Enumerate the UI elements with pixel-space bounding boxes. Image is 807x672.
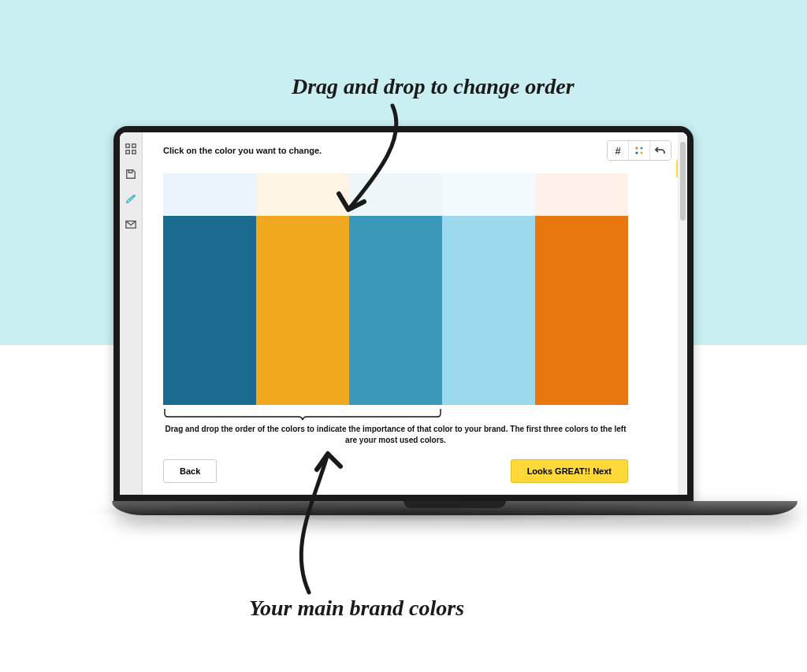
palette-swatch-4[interactable] xyxy=(442,216,535,405)
palette-picker-button[interactable] xyxy=(629,141,650,160)
next-button[interactable]: Looks GREAT!! Next xyxy=(511,459,628,483)
preview-swatch-4 xyxy=(442,173,535,216)
palette-swatch-3[interactable] xyxy=(349,216,442,405)
brush-icon[interactable] xyxy=(125,194,136,205)
save-icon[interactable] xyxy=(125,169,136,180)
laptop-shadow xyxy=(80,500,727,522)
preview-swatch-2 xyxy=(256,173,349,216)
instruction-text: Click on the color you want to change. xyxy=(163,146,322,155)
mail-icon[interactable] xyxy=(125,219,136,230)
button-row: Back Looks GREAT!! Next xyxy=(163,459,628,483)
svg-point-5 xyxy=(635,147,638,149)
arrow-bottom xyxy=(265,447,375,608)
annotation-top: Drag and drop to change order xyxy=(292,74,575,99)
scrollbar[interactable] xyxy=(678,132,687,495)
annotation-bottom: Your main brand colors xyxy=(249,596,464,621)
svg-point-7 xyxy=(635,151,638,154)
svg-rect-3 xyxy=(132,150,136,154)
svg-rect-2 xyxy=(126,150,129,154)
palette-swatch-1[interactable] xyxy=(163,216,256,405)
palette-row xyxy=(163,216,628,405)
svg-point-6 xyxy=(640,147,642,149)
main-colors-bracket xyxy=(163,408,442,421)
hex-input-button[interactable]: # xyxy=(608,141,629,160)
preview-swatch-5 xyxy=(535,173,628,216)
svg-rect-1 xyxy=(132,144,136,147)
svg-rect-0 xyxy=(126,144,129,147)
arrow-top xyxy=(337,101,432,230)
grid-icon[interactable] xyxy=(125,143,136,154)
palette-swatch-5[interactable] xyxy=(535,216,628,405)
toolbar: # xyxy=(607,140,671,161)
svg-point-8 xyxy=(640,151,642,154)
preview-swatch-1 xyxy=(163,173,256,216)
help-text: Drag and drop the order of the colors to… xyxy=(163,424,628,445)
palette-swatch-2[interactable] xyxy=(256,216,349,405)
app-sidebar xyxy=(120,132,143,495)
undo-button[interactable] xyxy=(650,141,671,160)
back-button[interactable]: Back xyxy=(163,459,217,483)
